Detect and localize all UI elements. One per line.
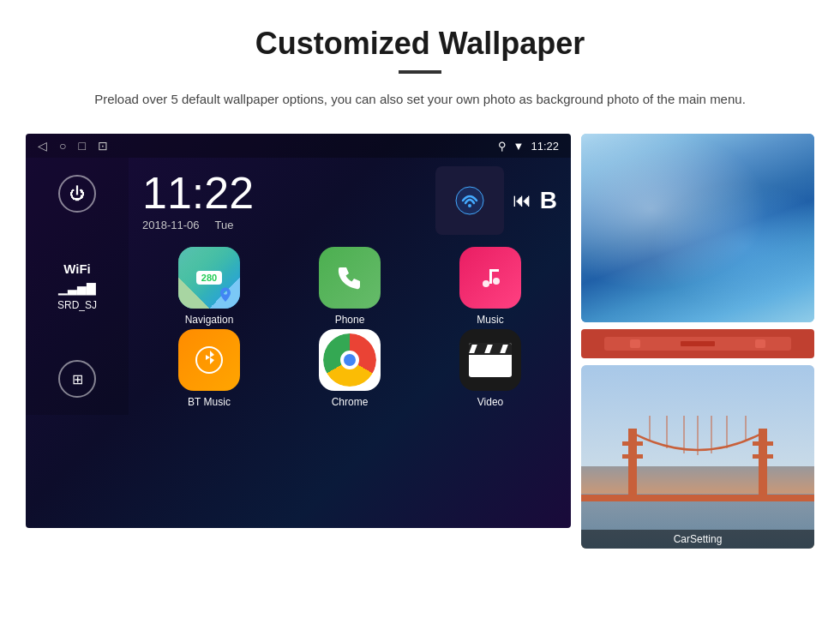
screen-main: 11:22 2018-11-06 Tue: [129, 158, 571, 415]
music-label: Music: [477, 314, 503, 326]
screen-sidebar: ⏻ WiFi ▁▃▅▇ SRD_SJ ⊞: [26, 158, 129, 415]
wifi-info: WiFi ▁▃▅▇ SRD_SJ: [57, 260, 97, 313]
location-icon: ⚲: [498, 140, 507, 153]
svg-point-3: [493, 278, 500, 285]
wifi-network: SRD_SJ: [57, 297, 97, 313]
carsetting-mini: [581, 329, 814, 358]
svg-rect-5: [489, 269, 499, 272]
app-chrome[interactable]: Chrome: [281, 329, 418, 408]
btmusic-label: BT Music: [188, 396, 231, 408]
phone-label: Phone: [335, 314, 365, 326]
wallpaper-ice[interactable]: [581, 134, 814, 322]
apps-button[interactable]: ⊞: [58, 360, 96, 398]
clock-date: 2018-11-06 Tue: [142, 219, 254, 231]
wallpaper-bridge[interactable]: CarSetting: [581, 365, 814, 549]
title-divider: [399, 70, 441, 74]
svg-point-1: [468, 204, 471, 207]
phone-icon: [319, 247, 381, 309]
video-icon: [459, 329, 521, 391]
page-title: Customized Wallpaper: [255, 26, 585, 62]
app-grid: 280 Navigation: [129, 240, 571, 415]
status-bar: ◁ ○ □ ⊡ ⚲ ▼ 11:22: [26, 134, 571, 158]
power-button[interactable]: ⏻: [58, 175, 96, 213]
app-btmusic[interactable]: BT Music: [141, 329, 278, 408]
back-icon[interactable]: ◁: [38, 139, 47, 153]
svg-point-6: [196, 347, 222, 373]
content-wrapper: ◁ ○ □ ⊡ ⚲ ▼ 11:22 ⏻ WiFi ▁▃▅▇ SRD_SJ: [26, 134, 814, 549]
carsetting-label[interactable]: CarSetting: [581, 530, 814, 549]
screenshot-icon[interactable]: ⊡: [98, 139, 108, 153]
status-left: ◁ ○ □ ⊡: [38, 139, 108, 153]
prev-icon[interactable]: ⏮: [513, 189, 531, 212]
status-time: 11:22: [531, 140, 559, 153]
wifi-status-icon: ▼: [513, 140, 525, 153]
app-video[interactable]: Video: [422, 329, 559, 408]
recents-icon[interactable]: □: [78, 139, 85, 153]
video-label: Video: [477, 396, 503, 408]
clock-time: 11:22: [142, 171, 254, 215]
clock-area: 11:22 2018-11-06 Tue: [129, 158, 571, 240]
app-phone[interactable]: Phone: [281, 247, 418, 326]
page-subtitle: Preload over 5 default wallpaper options…: [94, 89, 746, 110]
wallpaper-panels: CarSetting: [581, 134, 814, 549]
music-icon: [459, 247, 521, 309]
status-right: ⚲ ▼ 11:22: [498, 140, 559, 153]
home-icon[interactable]: ○: [59, 139, 66, 153]
day-value: Tue: [215, 219, 234, 231]
app-music[interactable]: Music: [422, 247, 559, 326]
media-app-icon: [435, 166, 504, 235]
navigation-label: Navigation: [185, 314, 234, 326]
chrome-icon: [319, 329, 381, 391]
btmusic-icon: [178, 329, 240, 391]
clock-block: 11:22 2018-11-06 Tue: [142, 171, 254, 231]
wifi-label: WiFi: [57, 260, 97, 279]
media-letter-b: B: [540, 187, 557, 214]
media-icons: ⏮ B: [435, 166, 557, 235]
android-screen: ◁ ○ □ ⊡ ⚲ ▼ 11:22 ⏻ WiFi ▁▃▅▇ SRD_SJ: [26, 134, 571, 528]
svg-point-2: [483, 280, 489, 287]
chrome-label: Chrome: [332, 396, 369, 408]
navigation-icon: 280: [178, 247, 240, 309]
clapperboard: [469, 343, 512, 377]
wifi-bars: ▁▃▅▇: [57, 279, 97, 297]
date-value: 2018-11-06: [142, 219, 200, 231]
app-navigation[interactable]: 280 Navigation: [141, 247, 278, 326]
screen-body: ⏻ WiFi ▁▃▅▇ SRD_SJ ⊞ 11:22 2018-11-06 T: [26, 158, 571, 415]
